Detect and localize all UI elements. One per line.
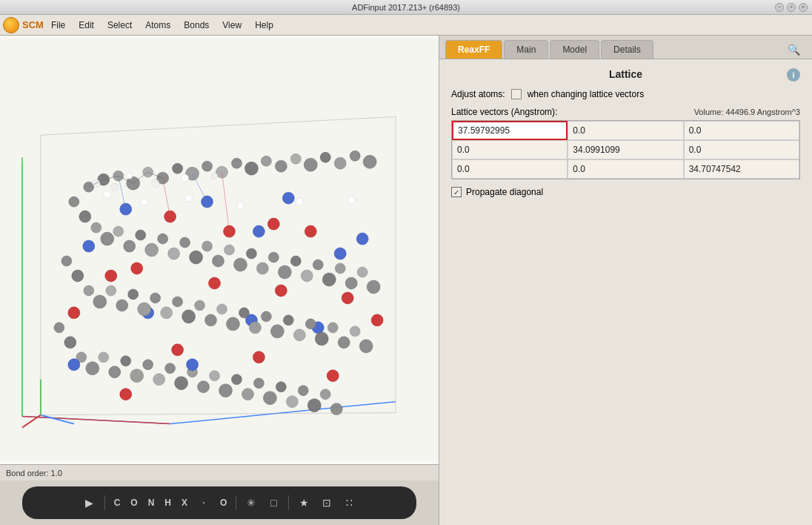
svg-point-60 [202,241,213,251]
menu-file[interactable]: File [45,18,71,33]
svg-point-25 [363,155,376,168]
section-title: Lattice i [451,68,800,80]
svg-point-125 [286,396,298,408]
close-button[interactable]: × [799,3,808,12]
svg-point-118 [210,371,220,381]
lattice-input-r1c1[interactable] [458,125,562,136]
toolbar-dots-btn[interactable]: ∷ [340,494,358,512]
svg-point-81 [116,300,128,311]
lattice-input-r2c1[interactable] [457,145,562,155]
svg-point-85 [161,307,173,319]
svg-point-76 [61,256,72,266]
svg-point-127 [307,399,321,412]
search-button[interactable]: 🔍 [782,41,806,59]
lattice-input-r2c3[interactable] [689,145,794,155]
lattice-r3c3[interactable] [684,159,799,179]
svg-point-82 [128,289,139,300]
propagate-checkbox[interactable]: ✓ [451,187,462,197]
svg-point-40 [223,225,235,237]
lattice-r2c2[interactable] [568,140,683,159]
svg-point-30 [182,174,189,182]
svg-point-70 [313,260,323,270]
svg-point-121 [242,389,253,400]
svg-point-56 [158,234,168,244]
svg-point-53 [124,240,136,252]
svg-point-128 [320,389,330,400]
svg-point-88 [195,300,205,311]
lattice-r3c1[interactable] [452,159,568,179]
svg-point-28 [127,173,133,179]
svg-point-144 [371,314,383,326]
svg-point-140 [68,359,80,371]
svg-point-114 [165,363,176,374]
svg-point-86 [173,297,183,307]
svg-point-52 [113,226,124,237]
separator-3 [288,495,289,510]
svg-point-84 [150,293,161,303]
menu-select[interactable]: Select [102,18,138,33]
play-button[interactable]: ▶ [81,494,99,512]
menu-edit[interactable]: Edit [73,18,100,33]
tab-reaxff[interactable]: ReaxFF [445,40,502,59]
svg-point-91 [226,317,239,331]
svg-point-78 [84,285,94,296]
menu-view[interactable]: View [216,18,247,33]
svg-point-17 [244,162,258,175]
toolbar-grid-btn[interactable]: ⊡ [318,494,336,512]
lattice-r2c1[interactable] [452,140,568,159]
bottom-toolbar: ▶ C O N H X · O ✳ □ ★ ⊡ ∷ [22,486,416,519]
svg-point-101 [338,337,350,349]
tab-bar: ReaxFF Main Model Details 🔍 [439,36,812,59]
lattice-input-r3c2[interactable] [573,164,678,174]
lattice-input-r2c2[interactable] [573,145,678,155]
svg-point-54 [136,230,146,240]
svg-point-59 [190,251,203,264]
toolbar-rect-btn[interactable]: □ [264,494,282,512]
tab-main[interactable]: Main [504,40,548,59]
molecule-svg: // This will be rendered as static circl… [0,36,439,464]
toolbar-dot[interactable]: · [195,493,213,512]
svg-point-55 [145,243,159,257]
bond-order-status: Bond order: 1.0 [6,469,62,478]
viewer-3d[interactable]: // This will be rendered as static circl… [0,36,439,464]
lattice-r1c2[interactable] [568,121,683,140]
svg-point-46 [172,344,184,356]
svg-point-96 [283,315,293,326]
menu-bonds[interactable]: Bonds [178,18,215,33]
tab-details[interactable]: Details [601,40,653,59]
right-panel: ReaxFF Main Model Details 🔍 Lattice i Ad… [439,36,812,525]
lattice-r1c1[interactable] [452,121,568,140]
titlebar-controls: − + × [775,3,808,12]
svg-point-83 [138,303,151,316]
toolbar-gear-btn[interactable]: ✳ [242,494,260,512]
svg-point-131 [141,198,148,205]
lattice-r2c3[interactable] [684,140,799,159]
lattice-r1c3[interactable] [684,121,799,140]
svg-point-97 [293,329,305,341]
lattice-input-r1c3[interactable] [689,125,794,136]
svg-point-50 [91,222,102,233]
tab-model[interactable]: Model [550,40,599,59]
lattice-r3c2[interactable] [568,159,683,179]
toolbar-x-label: X [179,498,190,508]
svg-point-105 [64,337,76,349]
lattice-input-r1c2[interactable] [573,125,678,136]
propagate-label: Propagate diagonal [466,187,543,197]
toolbar-star-btn[interactable]: ★ [295,494,313,512]
lattice-input-r3c3[interactable] [689,164,794,174]
svg-point-44 [275,285,287,297]
menu-atoms[interactable]: Atoms [139,18,176,33]
svg-point-138 [356,233,368,245]
svg-point-65 [256,262,268,274]
maximize-button[interactable]: + [787,3,796,12]
info-icon[interactable]: i [787,68,800,82]
svg-point-27 [111,183,119,191]
adjust-checkbox[interactable] [511,89,522,99]
adjust-sublabel: when changing lattice vectors [528,89,644,99]
menu-help[interactable]: Help [249,18,279,33]
svg-point-49 [79,211,91,222]
svg-point-62 [224,245,234,255]
minimize-button[interactable]: − [775,3,784,12]
lattice-input-r3c1[interactable] [457,164,562,174]
svg-point-32 [120,203,132,215]
